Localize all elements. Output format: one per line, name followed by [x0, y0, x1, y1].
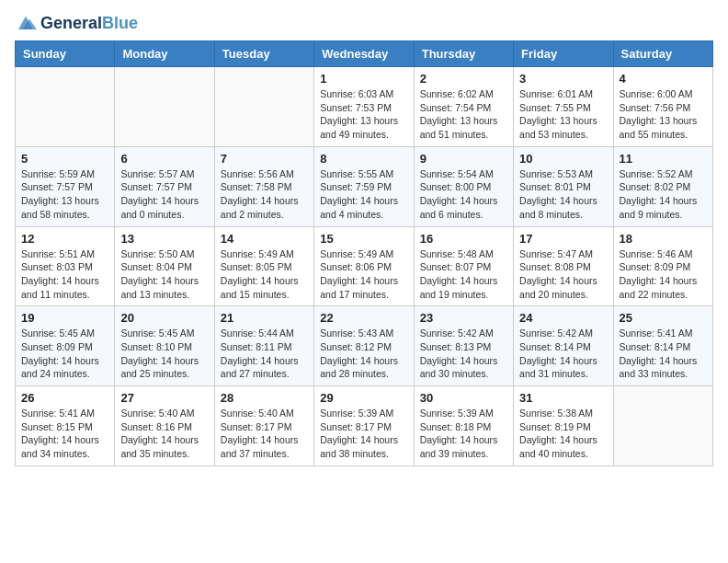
day-cell: 31Sunrise: 5:38 AM Sunset: 8:19 PM Dayli…	[514, 386, 613, 466]
day-cell: 16Sunrise: 5:48 AM Sunset: 8:07 PM Dayli…	[414, 226, 513, 306]
day-cell: 17Sunrise: 5:47 AM Sunset: 8:08 PM Dayli…	[514, 226, 613, 306]
week-row-2: 5Sunrise: 5:59 AM Sunset: 7:57 PM Daylig…	[16, 146, 713, 226]
day-cell: 22Sunrise: 5:43 AM Sunset: 8:12 PM Dayli…	[314, 306, 414, 386]
day-info: Sunrise: 5:50 AM Sunset: 8:04 PM Dayligh…	[120, 247, 208, 302]
day-info: Sunrise: 5:48 AM Sunset: 8:07 PM Dayligh…	[420, 247, 507, 302]
day-number: 18	[620, 232, 707, 246]
day-cell: 27Sunrise: 5:40 AM Sunset: 8:16 PM Dayli…	[115, 386, 214, 466]
day-cell	[214, 67, 313, 147]
logo-text: GeneralBlue	[40, 15, 138, 33]
day-info: Sunrise: 5:44 AM Sunset: 8:11 PM Dayligh…	[221, 327, 308, 381]
calendar-body: 1Sunrise: 6:03 AM Sunset: 7:53 PM Daylig…	[16, 67, 713, 466]
day-info: Sunrise: 6:03 AM Sunset: 7:53 PM Dayligh…	[320, 87, 407, 142]
day-cell: 19Sunrise: 5:45 AM Sunset: 8:09 PM Dayli…	[16, 306, 115, 386]
day-number: 2	[420, 72, 507, 86]
day-cell: 2Sunrise: 6:02 AM Sunset: 7:54 PM Daylig…	[414, 67, 513, 147]
calendar-table: SundayMondayTuesdayWednesdayThursdayFrid…	[15, 40, 713, 466]
day-cell: 20Sunrise: 5:45 AM Sunset: 8:10 PM Dayli…	[115, 306, 214, 386]
day-info: Sunrise: 5:39 AM Sunset: 8:18 PM Dayligh…	[420, 407, 507, 461]
day-cell: 7Sunrise: 5:56 AM Sunset: 7:58 PM Daylig…	[214, 146, 313, 226]
week-row-5: 26Sunrise: 5:41 AM Sunset: 8:15 PM Dayli…	[16, 386, 713, 466]
day-info: Sunrise: 5:56 AM Sunset: 7:58 PM Dayligh…	[221, 167, 308, 222]
week-row-1: 1Sunrise: 6:03 AM Sunset: 7:53 PM Daylig…	[16, 67, 713, 147]
day-number: 27	[120, 391, 208, 405]
day-number: 16	[420, 232, 507, 246]
day-info: Sunrise: 5:57 AM Sunset: 7:57 PM Dayligh…	[120, 167, 208, 222]
day-number: 17	[519, 232, 607, 246]
day-info: Sunrise: 5:53 AM Sunset: 8:01 PM Dayligh…	[519, 167, 607, 222]
logo: GeneralBlue	[15, 15, 138, 33]
week-row-3: 12Sunrise: 5:51 AM Sunset: 8:03 PM Dayli…	[16, 226, 713, 306]
day-cell: 4Sunrise: 6:00 AM Sunset: 7:56 PM Daylig…	[613, 67, 712, 147]
logo-icon	[15, 15, 37, 33]
day-info: Sunrise: 5:40 AM Sunset: 8:17 PM Dayligh…	[221, 407, 308, 461]
weekday-header-saturday: Saturday	[613, 41, 712, 67]
day-cell	[613, 386, 712, 466]
day-cell: 21Sunrise: 5:44 AM Sunset: 8:11 PM Dayli…	[214, 306, 313, 386]
day-number: 13	[120, 232, 208, 246]
day-cell: 8Sunrise: 5:55 AM Sunset: 7:59 PM Daylig…	[314, 146, 414, 226]
day-cell: 15Sunrise: 5:49 AM Sunset: 8:06 PM Dayli…	[314, 226, 414, 306]
day-number: 10	[519, 152, 607, 166]
day-number: 3	[519, 72, 607, 86]
day-info: Sunrise: 6:01 AM Sunset: 7:55 PM Dayligh…	[519, 87, 607, 142]
day-number: 14	[221, 232, 308, 246]
day-number: 12	[21, 232, 108, 246]
weekday-header-thursday: Thursday	[414, 41, 513, 67]
day-info: Sunrise: 5:59 AM Sunset: 7:57 PM Dayligh…	[21, 167, 108, 222]
day-cell: 3Sunrise: 6:01 AM Sunset: 7:55 PM Daylig…	[514, 67, 613, 147]
day-cell: 1Sunrise: 6:03 AM Sunset: 7:53 PM Daylig…	[314, 67, 414, 147]
week-row-4: 19Sunrise: 5:45 AM Sunset: 8:09 PM Dayli…	[16, 306, 713, 386]
day-info: Sunrise: 5:40 AM Sunset: 8:16 PM Dayligh…	[120, 407, 208, 461]
day-info: Sunrise: 5:41 AM Sunset: 8:14 PM Dayligh…	[620, 327, 707, 381]
day-info: Sunrise: 5:49 AM Sunset: 8:06 PM Dayligh…	[320, 247, 407, 302]
day-info: Sunrise: 5:43 AM Sunset: 8:12 PM Dayligh…	[320, 327, 407, 381]
day-cell: 23Sunrise: 5:42 AM Sunset: 8:13 PM Dayli…	[414, 306, 513, 386]
day-info: Sunrise: 5:39 AM Sunset: 8:17 PM Dayligh…	[320, 407, 407, 461]
day-number: 31	[519, 391, 607, 405]
day-cell: 9Sunrise: 5:54 AM Sunset: 8:00 PM Daylig…	[414, 146, 513, 226]
day-number: 15	[320, 232, 407, 246]
day-cell: 12Sunrise: 5:51 AM Sunset: 8:03 PM Dayli…	[16, 226, 115, 306]
day-number: 20	[120, 311, 208, 325]
day-number: 5	[21, 152, 108, 166]
day-info: Sunrise: 5:38 AM Sunset: 8:19 PM Dayligh…	[519, 407, 607, 461]
day-number: 30	[420, 391, 507, 405]
day-number: 1	[320, 72, 407, 86]
day-number: 19	[21, 311, 108, 325]
day-info: Sunrise: 5:45 AM Sunset: 8:10 PM Dayligh…	[120, 327, 208, 381]
day-number: 11	[620, 152, 707, 166]
day-cell: 14Sunrise: 5:49 AM Sunset: 8:05 PM Dayli…	[214, 226, 313, 306]
day-info: Sunrise: 6:02 AM Sunset: 7:54 PM Dayligh…	[420, 87, 507, 142]
day-cell: 26Sunrise: 5:41 AM Sunset: 8:15 PM Dayli…	[16, 386, 115, 466]
day-info: Sunrise: 5:42 AM Sunset: 8:14 PM Dayligh…	[519, 327, 607, 381]
weekday-header-sunday: Sunday	[16, 41, 115, 67]
day-info: Sunrise: 5:45 AM Sunset: 8:09 PM Dayligh…	[21, 327, 108, 381]
weekday-header-row: SundayMondayTuesdayWednesdayThursdayFrid…	[16, 41, 713, 67]
day-number: 9	[420, 152, 507, 166]
day-cell	[16, 67, 115, 147]
day-info: Sunrise: 5:49 AM Sunset: 8:05 PM Dayligh…	[221, 247, 308, 302]
day-info: Sunrise: 6:00 AM Sunset: 7:56 PM Dayligh…	[620, 87, 707, 142]
day-number: 24	[519, 311, 607, 325]
day-cell: 18Sunrise: 5:46 AM Sunset: 8:09 PM Dayli…	[613, 226, 712, 306]
page-header: GeneralBlue	[15, 15, 713, 33]
day-cell	[115, 67, 214, 147]
day-number: 28	[221, 391, 308, 405]
weekday-header-monday: Monday	[115, 41, 214, 67]
day-number: 25	[620, 311, 707, 325]
day-info: Sunrise: 5:46 AM Sunset: 8:09 PM Dayligh…	[620, 247, 707, 302]
day-info: Sunrise: 5:55 AM Sunset: 7:59 PM Dayligh…	[320, 167, 407, 222]
weekday-header-friday: Friday	[514, 41, 613, 67]
day-cell: 6Sunrise: 5:57 AM Sunset: 7:57 PM Daylig…	[115, 146, 214, 226]
day-cell: 25Sunrise: 5:41 AM Sunset: 8:14 PM Dayli…	[613, 306, 712, 386]
weekday-header-tuesday: Tuesday	[214, 41, 313, 67]
day-number: 8	[320, 152, 407, 166]
day-number: 26	[21, 391, 108, 405]
day-number: 22	[320, 311, 407, 325]
day-number: 6	[120, 152, 208, 166]
day-info: Sunrise: 5:42 AM Sunset: 8:13 PM Dayligh…	[420, 327, 507, 381]
day-cell: 24Sunrise: 5:42 AM Sunset: 8:14 PM Dayli…	[514, 306, 613, 386]
day-cell: 5Sunrise: 5:59 AM Sunset: 7:57 PM Daylig…	[16, 146, 115, 226]
day-number: 21	[221, 311, 308, 325]
